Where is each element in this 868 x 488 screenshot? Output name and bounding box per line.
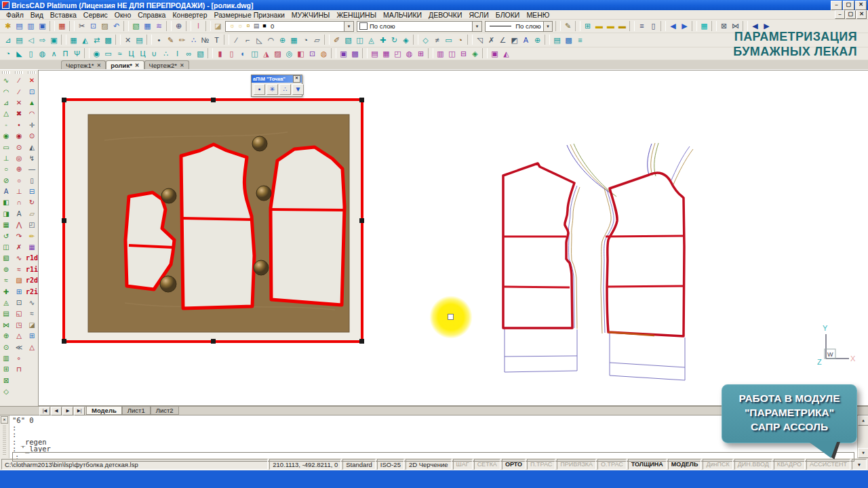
attributes-icon[interactable]: ▦: [142, 21, 153, 32]
r2d-button[interactable]: r2d: [26, 275, 38, 286]
frame-icon[interactable]: ⊡: [307, 48, 318, 59]
status-toggle[interactable]: МОДЕЛЬ: [668, 459, 702, 470]
doc-icon[interactable]: ▣: [48, 35, 60, 45]
offset-icon[interactable]: ◇: [420, 35, 431, 45]
ring-icon[interactable]: ⊚: [1, 264, 12, 275]
panel2-icon[interactable]: ▯: [26, 176, 38, 186]
wedge-icon[interactable]: ◮: [260, 48, 272, 59]
cross2-icon[interactable]: ✖: [14, 108, 25, 119]
cut-icon[interactable]: ✂: [76, 21, 87, 32]
arc-red-icon[interactable]: ◠: [26, 108, 38, 119]
fillet-icon[interactable]: ◔: [454, 35, 466, 45]
ruler-3-icon[interactable]: ▬: [616, 21, 628, 32]
node-icon[interactable]: ◦: [1, 120, 12, 131]
status-toggle[interactable]: СЕТКА: [474, 459, 500, 470]
circle-dot-red-icon[interactable]: ◉: [14, 131, 25, 142]
garment-icon[interactable]: Ц: [125, 48, 137, 59]
perp-red-icon[interactable]: ⊥: [14, 186, 25, 197]
layout-tab[interactable]: Лист1: [122, 407, 151, 415]
last-layout-icon[interactable]: ▶|: [74, 407, 85, 415]
print-icon[interactable]: ▦: [56, 21, 68, 32]
dot-ring-red-icon[interactable]: ⊙: [14, 142, 25, 152]
document-tab[interactable]: Чертеж2* ✕: [144, 60, 189, 69]
menu-item[interactable]: Файл: [3, 11, 27, 19]
status-toggle[interactable]: О.ТРАС: [597, 459, 627, 470]
frame2-icon[interactable]: ⊡: [14, 298, 25, 308]
cycle-icon[interactable]: ↻: [26, 197, 38, 208]
plus-green-icon[interactable]: ✚: [1, 286, 12, 297]
split-icon[interactable]: ◫: [354, 35, 366, 45]
status-toggle[interactable]: ТОЛЩИНА: [628, 459, 667, 470]
block-in-icon[interactable]: ◀: [667, 21, 679, 32]
pickbox-cursor[interactable]: [448, 314, 454, 320]
combo-arrow-icon[interactable]: ▼: [472, 22, 481, 31]
layer-color-icon[interactable]: ■: [260, 22, 269, 30]
close-icon[interactable]: ✕: [293, 75, 300, 83]
rect-icon[interactable]: ▱: [311, 35, 323, 45]
garment2-icon[interactable]: Ц: [137, 48, 149, 59]
spline-icon[interactable]: ∿: [1, 75, 12, 86]
menu-item[interactable]: ЖЕНЩИНЫ: [333, 11, 380, 19]
pencil-yellow-icon[interactable]: ✏: [26, 230, 38, 241]
qnew-icon[interactable]: ✱: [2, 21, 14, 32]
list-icon[interactable]: ≡: [636, 21, 648, 32]
crosshair-red-icon[interactable]: ⊕: [14, 164, 25, 175]
image-icon[interactable]: ▧: [130, 21, 142, 32]
menu-item[interactable]: Справка: [134, 11, 169, 19]
coordinates-display[interactable]: 210.1113, -492.8211, 0: [269, 459, 341, 470]
status-more-icon[interactable]: ▼: [852, 459, 867, 470]
close-icon[interactable]: ✕: [135, 62, 140, 68]
region-icon[interactable]: ▧: [342, 35, 354, 45]
rotate-green-icon[interactable]: ↺: [1, 230, 12, 241]
gem-icon[interactable]: ◈: [469, 48, 481, 59]
first-layout-icon[interactable]: |◀: [39, 407, 50, 415]
eraser-icon[interactable]: ◪: [212, 21, 224, 32]
box-x-icon[interactable]: ⊠: [1, 375, 12, 386]
rotate-icon[interactable]: ↻: [389, 35, 400, 45]
spec-icon[interactable]: ▤: [369, 48, 380, 59]
pair2-icon[interactable]: ◫: [446, 48, 458, 59]
layer-on-icon[interactable]: ☼: [228, 22, 236, 30]
corner-icon[interactable]: ◣: [14, 48, 25, 59]
node2-icon[interactable]: ∘: [14, 353, 25, 364]
point-icon[interactable]: ▪: [254, 84, 265, 95]
layers2-icon[interactable]: ≡: [574, 35, 586, 45]
quad-icon[interactable]: ◱: [14, 308, 25, 319]
grid-green-icon[interactable]: ⊞: [1, 364, 12, 375]
point-settings-icon[interactable]: ✳: [267, 84, 278, 95]
menu-item[interactable]: МАЛЬЧИКИ: [380, 11, 425, 19]
shade-icon[interactable]: ▧: [195, 48, 206, 59]
command-scrollbar[interactable]: ▲ ▼: [857, 415, 868, 458]
explode-icon[interactable]: ⊠: [718, 21, 730, 32]
sheet-icon[interactable]: ▯: [648, 21, 659, 32]
hatch-icon[interactable]: ▦: [698, 21, 710, 32]
cup-icon[interactable]: ∪: [149, 48, 160, 59]
half-square-icon[interactable]: ◧: [1, 197, 12, 208]
angle-icon[interactable]: ◺: [254, 35, 265, 45]
point-tool-icon[interactable]: •: [153, 35, 165, 45]
point-filter-icon[interactable]: ▼: [292, 84, 304, 95]
quad2-icon[interactable]: ◳: [14, 320, 25, 331]
label-a-icon[interactable]: A: [14, 209, 25, 220]
strip-icon[interactable]: ▭: [102, 48, 114, 59]
arrow-right-icon[interactable]: ⇨: [37, 35, 48, 45]
collapse-icon[interactable]: ≪: [14, 342, 25, 352]
check-x-icon[interactable]: ✗: [14, 242, 25, 253]
corner-box-icon[interactable]: ◰: [26, 220, 38, 230]
mdi-close-button[interactable]: ✕: [856, 10, 867, 19]
status-toggle[interactable]: ДинПСК: [703, 459, 732, 470]
point-red-icon[interactable]: •: [14, 120, 25, 131]
text-style-field[interactable]: Standard: [342, 459, 376, 470]
zoom-icon[interactable]: ⊕: [173, 21, 184, 32]
magnet-icon[interactable]: ∩: [14, 197, 25, 208]
bolt-icon[interactable]: ↯: [26, 153, 38, 164]
half-square2-icon[interactable]: ◨: [1, 209, 12, 220]
command-window-grip[interactable]: ✕: [0, 415, 9, 458]
doc2-icon[interactable]: ▤: [134, 35, 145, 45]
triangle-icon[interactable]: ⊿: [1, 98, 12, 108]
prev-layout-icon[interactable]: ◀: [51, 407, 62, 415]
grid-blue-icon[interactable]: ⊞: [14, 286, 25, 297]
segment2-icon[interactable]: ∕: [14, 86, 25, 97]
arc-green-icon[interactable]: ◠: [1, 86, 12, 97]
pleat-icon[interactable]: Π: [60, 48, 71, 59]
